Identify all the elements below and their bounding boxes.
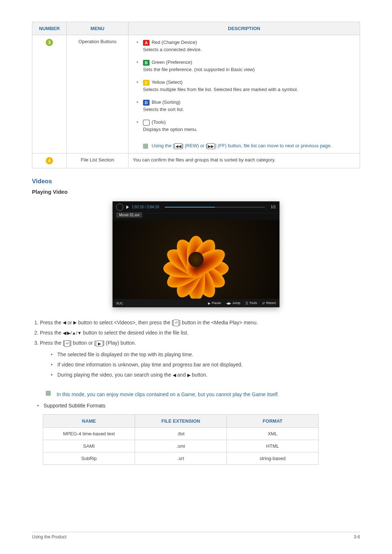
row3-note: Using the [◀◀] (REW) or [▶▶] (FF) button… — [133, 139, 355, 149]
subtitle-lead-list: Supported Subtitle Formats — [32, 403, 360, 409]
badge-3: 3 — [46, 39, 53, 46]
right-arrow-small-icon: ▶ — [187, 372, 191, 379]
op-green-title: Green (Preference) — [152, 59, 192, 65]
note-rew: ] (REW) or [ — [182, 143, 207, 148]
op-tools-desc: Displays the option menu. — [143, 127, 197, 132]
table-row: SAMI .smi HTML — [43, 440, 319, 452]
row4-num-cell: 4 — [32, 153, 67, 168]
player-filename: Movie 01.avi — [116, 212, 142, 218]
note-icon — [143, 144, 148, 149]
step3-sub-c: During playing the video, you can search… — [51, 370, 360, 380]
badge-4: 4 — [46, 157, 53, 164]
ctrl-tools: ☰Tools — [245, 301, 257, 305]
mode-note-text: In this mode, you can enjoy movie clips … — [57, 391, 279, 398]
red-button-icon: A — [143, 40, 150, 46]
th-description: DESCRIPTION — [128, 22, 360, 35]
play-indicator-icon — [126, 205, 129, 209]
video-frame — [113, 220, 279, 299]
step3-sub-a: The selected file is displayed on the to… — [51, 349, 360, 360]
progress-bar — [165, 207, 265, 208]
step-1: Press the ◀ or ▶ button to select <Video… — [40, 317, 360, 328]
player-source: SUC — [116, 301, 123, 305]
page-footer: Using the Product 3-6 — [32, 532, 360, 539]
table-row: SubRip .srt string-based — [43, 452, 319, 464]
ctrl-return: ↺Return — [262, 301, 276, 305]
step-2: Press the ◀/▶/▲/▼ button to select the d… — [40, 328, 360, 338]
reel-icon — [116, 204, 123, 211]
row3-num-cell: 3 — [32, 35, 67, 153]
nav-arrows-icon: ◀/▶/▲/▼ — [63, 330, 82, 337]
blue-button-icon: D — [143, 100, 150, 106]
ctrl-jump: ◀▶Jump — [226, 301, 240, 305]
op-yellow-title: Yellow (Select) — [151, 79, 183, 85]
left-arrow-icon: ◀ — [63, 319, 66, 326]
left-arrow-small-icon: ◀ — [173, 372, 176, 379]
tools-icon — [143, 120, 150, 126]
operation-table: NUMBER MENU DESCRIPTION 3 Operation Butt… — [32, 22, 360, 168]
op-red-title: Red (Change Device) — [152, 40, 197, 45]
step3-sub-b: If video time information is unknown, pl… — [51, 360, 360, 370]
steps-list: Press the ◀ or ▶ button to select <Video… — [32, 317, 360, 383]
enter-button-icon: ⏎ — [173, 320, 179, 326]
op-red: A Red (Change Device) Selects a connecte… — [133, 39, 355, 53]
player-time: 1:02:15 / 2:04:10 — [132, 205, 159, 209]
playing-video-heading: Playing Video — [32, 189, 360, 195]
ff-button-icon: ▶▶ — [207, 143, 215, 149]
videos-heading: Videos — [32, 178, 360, 185]
th-menu: MENU — [67, 22, 128, 35]
sth-format: FORMAT — [227, 414, 319, 427]
note-p1: Using the [ — [152, 143, 174, 148]
th-number: NUMBER — [32, 22, 67, 35]
op-green-desc: Sets the file preference. (not supported… — [143, 67, 255, 72]
subtitle-lead: Supported Subtitle Formats — [37, 403, 360, 409]
mode-note: In this mode, you can enjoy movie clips … — [32, 387, 360, 403]
video-player-screenshot: 1:02:15 / 2:04:10 1/1 Movie 01.avi SUC ▶… — [113, 201, 279, 307]
subtitle-formats-table: NAME FILE EXTENSION FORMAT MPEG-4 time-b… — [43, 414, 319, 465]
op-red-desc: Selects a connected device. — [143, 47, 202, 52]
op-yellow-desc: Selects multiple files from file list. S… — [143, 87, 298, 92]
sth-name: NAME — [43, 414, 135, 427]
right-arrow-icon: ▶ — [73, 319, 77, 326]
enter-button-icon-2: ⏎ — [64, 340, 70, 347]
op-green: B Green (Preference) Sets the file prefe… — [133, 59, 355, 73]
row3-desc: A Red (Change Device) Selects a connecte… — [128, 35, 360, 153]
op-blue-desc: Selects the sort list. — [143, 107, 184, 112]
row4-menu: File List Section — [67, 153, 128, 168]
sth-ext: FILE EXTENSION — [135, 414, 227, 427]
note-ff: ] (FF) button, file list can move to nex… — [215, 143, 332, 148]
footer-left: Using the Product — [32, 534, 66, 539]
step-3: Press the [⏎] button or [▶] (Play) butto… — [40, 338, 360, 383]
yellow-button-icon: C — [143, 80, 150, 86]
player-counter: 1/1 — [271, 205, 276, 209]
op-yellow: C Yellow (Select) Selects multiple files… — [133, 79, 355, 93]
play-button-icon: ▶ — [96, 341, 103, 346]
op-blue: D Blue (Sorting) Selects the sort list. — [133, 99, 355, 113]
row4-desc: You can confirm the files and groups tha… — [128, 153, 360, 168]
op-tools: (Tools) Displays the option menu. — [133, 119, 355, 133]
green-button-icon: B — [143, 60, 150, 66]
row3-menu: Operation Buttons — [67, 35, 128, 153]
rew-button-icon: ◀◀ — [174, 143, 182, 149]
op-tools-title: (Tools) — [152, 119, 166, 125]
table-row: MPEG-4 time-based text .ttxt XML — [43, 427, 319, 440]
note-icon-2 — [46, 391, 51, 396]
op-blue-title: Blue (Sorting) — [152, 99, 180, 105]
footer-right: 3-6 — [354, 534, 360, 539]
ctrl-pause: ▶Pause — [208, 301, 221, 305]
